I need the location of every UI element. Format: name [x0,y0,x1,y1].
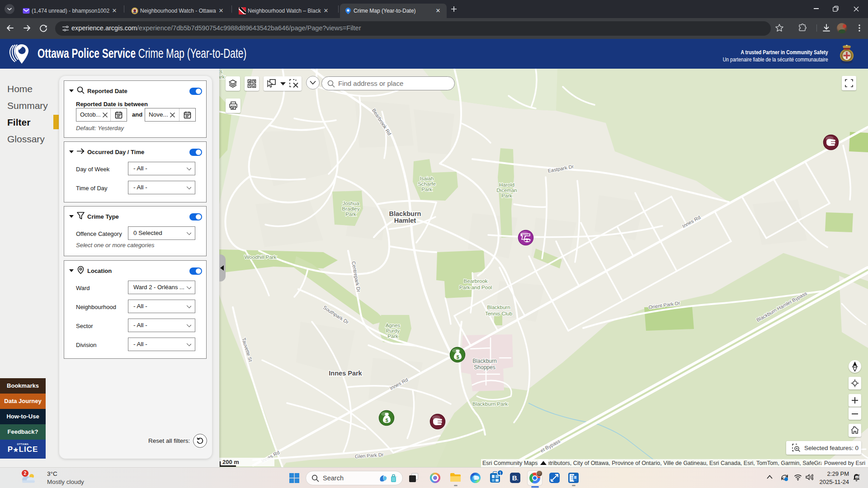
svg-text:Harold: Harold [499,182,514,188]
svg-text:Bearbrook: Bearbrook [463,278,487,284]
svg-text:z: z [856,476,858,479]
svg-text:Agnes: Agnes [386,323,401,328]
svg-text:Tennis Club: Tennis Club [485,311,512,316]
svg-text:Purdy: Purdy [386,328,400,333]
svg-text:Joshua: Joshua [342,201,359,206]
svg-text:Isaiah: Isaiah [420,176,434,181]
svg-text:Park: Park [421,187,432,192]
svg-text:Blackburn: Blackburn [487,305,510,310]
svg-text:Blackburn: Blackburn [389,210,421,217]
svg-text:Blackburn Park: Blackburn Park [472,401,508,407]
svg-text:Bradley: Bradley [342,206,360,211]
svg-text:Park: Park [501,193,512,198]
svg-text:Blackburn: Blackburn [472,358,496,364]
svg-text:Hamlet: Hamlet [394,217,416,224]
svg-text:z: z [859,474,860,476]
svg-text:Innes Park: Innes Park [329,370,362,377]
svg-text:Park and Pool: Park and Pool [459,285,492,290]
svg-text:Scharfe: Scharfe [418,181,436,187]
svg-text:Park: Park [387,333,398,339]
svg-text:Diceman: Diceman [496,188,517,193]
svg-text:Woodhill Park: Woodhill Park [245,254,277,260]
svg-text:Shoppes: Shoppes [474,364,495,371]
svg-text:Park: Park [345,211,356,217]
